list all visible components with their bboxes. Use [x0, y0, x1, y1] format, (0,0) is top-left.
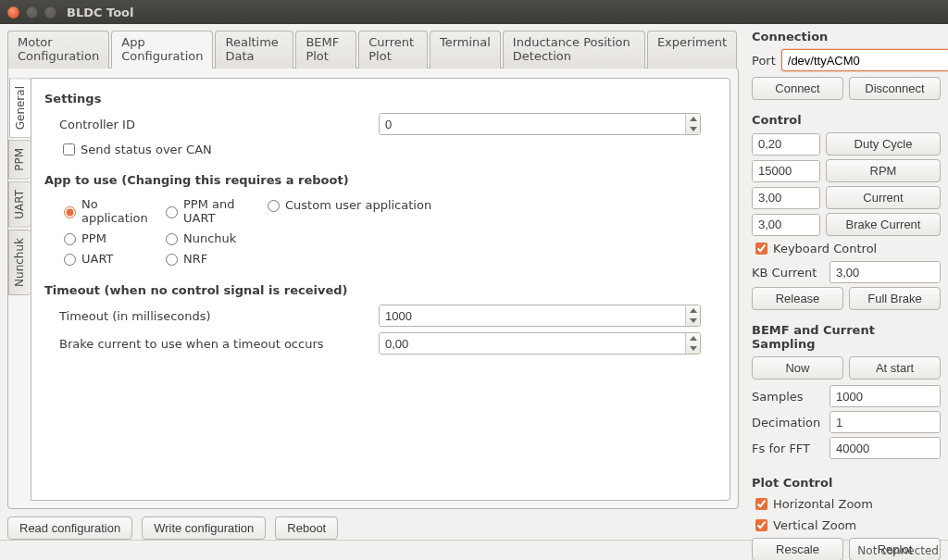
write-configuration-button[interactable]: Write configuration	[142, 516, 266, 540]
kb-current-label: KB Current	[752, 266, 824, 280]
radio-nunchuk[interactable]	[166, 233, 178, 245]
read-configuration-button[interactable]: Read configuration	[7, 516, 132, 540]
chevron-up-icon[interactable]	[686, 333, 700, 343]
kb-current-spin[interactable]	[830, 261, 941, 283]
radio-nunchuk-label: Nunchuk	[183, 231, 236, 245]
timeout-brake-spin[interactable]	[379, 332, 701, 355]
minimize-icon[interactable]	[26, 6, 38, 19]
keyboard-control-label: Keyboard Control	[773, 242, 877, 255]
decimation-input[interactable]	[830, 412, 941, 432]
release-button[interactable]: Release	[752, 287, 843, 310]
timeout-title: Timeout (when no control signal is recei…	[44, 283, 717, 297]
radio-ppm-and-uart[interactable]	[166, 206, 178, 218]
vertical-zoom-checkbox[interactable]	[755, 519, 767, 531]
samples-input[interactable]	[830, 386, 941, 406]
fs-fft-input[interactable]	[830, 438, 941, 458]
side-tab-general[interactable]: General	[9, 78, 31, 138]
chevron-up-icon[interactable]	[686, 114, 700, 124]
rescale-button[interactable]: Rescale	[752, 538, 843, 560]
reboot-button[interactable]: Reboot	[275, 516, 338, 540]
chevron-up-icon[interactable]	[686, 305, 700, 316]
connection-title: Connection	[752, 30, 941, 44]
tab-bemf-plot[interactable]: BEMF Plot	[295, 31, 356, 68]
current-input[interactable]	[753, 188, 820, 208]
radio-ppm[interactable]	[64, 233, 76, 245]
kb-current-input[interactable]	[830, 262, 941, 282]
radio-uart[interactable]	[64, 254, 76, 266]
rpm-spin[interactable]	[752, 160, 820, 182]
timeout-ms-label: Timeout (in milliseconds)	[59, 309, 379, 323]
side-tab-uart[interactable]: UART	[8, 181, 31, 228]
connect-button[interactable]: Connect	[752, 77, 843, 100]
disconnect-button[interactable]: Disconnect	[849, 77, 941, 100]
tab-app-configuration[interactable]: App Configuration	[111, 31, 213, 68]
timeout-ms-input[interactable]	[380, 305, 685, 326]
controller-id-input[interactable]	[380, 114, 685, 134]
send-status-checkbox[interactable]	[63, 143, 75, 156]
duty-cycle-input[interactable]	[753, 134, 820, 155]
titlebar: BLDC Tool	[0, 0, 948, 24]
duty-cycle-spin[interactable]	[752, 133, 820, 156]
settings-title: Settings	[44, 92, 717, 106]
tab-inductance-position-detection[interactable]: Inductance Position Detection	[503, 31, 645, 68]
chevron-down-icon[interactable]	[686, 124, 700, 134]
controller-id-spin[interactable]	[379, 113, 701, 135]
keyboard-control-checkbox[interactable]	[755, 243, 767, 255]
current-button[interactable]: Current	[826, 186, 941, 209]
fs-fft-label: Fs for FFT	[752, 442, 824, 455]
close-icon[interactable]	[7, 6, 19, 19]
window-title: BLDC Tool	[67, 6, 134, 19]
vertical-zoom-label: Vertical Zoom	[773, 518, 856, 532]
control-title: Control	[752, 113, 941, 127]
sample-now-button[interactable]: Now	[752, 356, 843, 380]
radio-custom-user-application-label: Custom user application	[285, 198, 431, 212]
send-status-label: Send status over CAN	[81, 143, 212, 156]
side-tab-nunchuk[interactable]: Nunchuk	[8, 230, 31, 295]
rpm-input[interactable]	[753, 161, 820, 181]
radio-no-application[interactable]	[64, 206, 76, 218]
tab-current-plot[interactable]: Current Plot	[358, 31, 428, 68]
connection-status: Not connected	[857, 544, 939, 557]
rpm-button[interactable]: RPM	[826, 159, 941, 182]
brake-current-input[interactable]	[753, 215, 820, 235]
current-spin[interactable]	[752, 187, 820, 209]
decimation-spin[interactable]	[830, 411, 941, 433]
maximize-icon[interactable]	[44, 6, 56, 19]
brake-current-button[interactable]: Brake Current	[826, 213, 941, 236]
sample-at-start-button[interactable]: At start	[849, 356, 941, 380]
samples-spin[interactable]	[830, 385, 941, 407]
radio-custom-user-application[interactable]	[268, 200, 280, 212]
side-tab-ppm[interactable]: PPM	[8, 140, 31, 180]
chevron-down-icon[interactable]	[686, 343, 700, 354]
radio-uart-label: UART	[81, 252, 113, 266]
port-input[interactable]	[781, 49, 948, 71]
tab-motor-configuration[interactable]: Motor Configuration	[7, 31, 109, 68]
duty-cycle-button[interactable]: Duty Cycle	[826, 132, 941, 156]
chevron-down-icon[interactable]	[686, 316, 700, 326]
sampling-title: BEMF and Current Sampling	[752, 323, 941, 351]
horizontal-zoom-checkbox[interactable]	[755, 498, 767, 510]
samples-label: Samples	[752, 390, 824, 404]
timeout-brake-label: Brake current to use when a timeout occu…	[59, 337, 379, 351]
radio-ppm-and-uart-label: PPM and UART	[183, 197, 263, 225]
fs-fft-spin[interactable]	[830, 437, 941, 459]
controller-id-label: Controller ID	[59, 118, 379, 131]
brake-current-spin[interactable]	[752, 214, 820, 236]
full-brake-button[interactable]: Full Brake	[849, 287, 941, 310]
tab-realtime-data[interactable]: Realtime Data	[215, 31, 293, 68]
plot-control-title: Plot Control	[752, 476, 941, 490]
timeout-ms-spin[interactable]	[379, 305, 701, 327]
decimation-label: Decimation	[752, 416, 824, 429]
outer-tabs: Motor Configuration App Configuration Re…	[7, 30, 739, 68]
port-label: Port	[752, 54, 776, 68]
tab-terminal[interactable]: Terminal	[430, 31, 501, 68]
radio-ppm-label: PPM	[81, 231, 106, 245]
tab-experiment[interactable]: Experiment	[647, 31, 737, 68]
side-tabs: General PPM UART Nunchuk	[8, 78, 31, 501]
timeout-brake-input[interactable]	[380, 333, 685, 354]
radio-nrf-label: NRF	[183, 252, 207, 266]
horizontal-zoom-label: Horizontal Zoom	[773, 497, 873, 511]
app-to-use-title: App to use (Changing this requires a reb…	[44, 173, 717, 187]
radio-no-application-label: No application	[81, 197, 161, 225]
radio-nrf[interactable]	[166, 254, 178, 266]
